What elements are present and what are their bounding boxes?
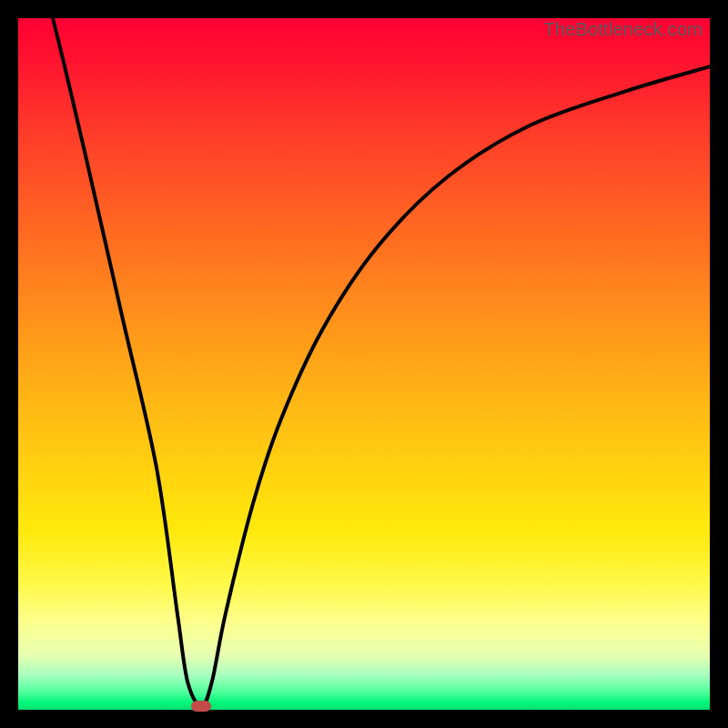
bottleneck-curve	[18, 18, 710, 710]
minimum-marker	[191, 701, 211, 712]
plot-area: TheBottleneck.com	[18, 18, 710, 710]
chart-frame: TheBottleneck.com	[0, 0, 728, 728]
